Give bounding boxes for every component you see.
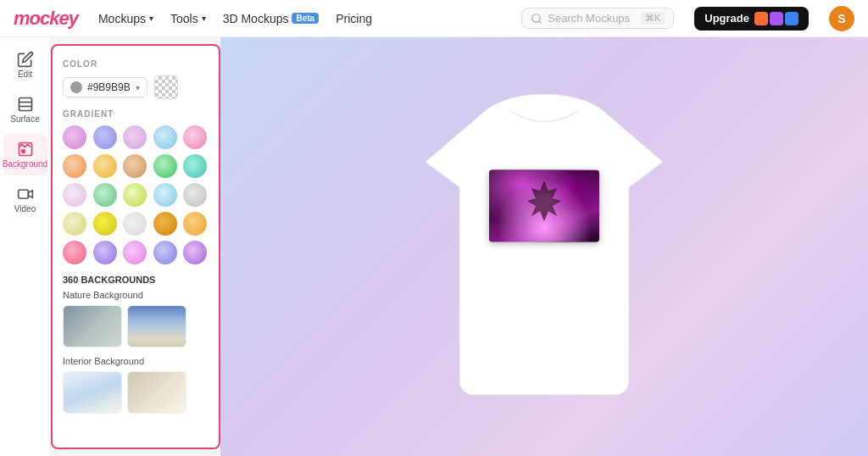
search-icon bbox=[531, 13, 542, 25]
gradient-section-label: GRADIENT bbox=[63, 109, 209, 119]
tshirt-container bbox=[400, 77, 688, 416]
gradient-circle-13[interactable] bbox=[123, 183, 147, 207]
background-icon bbox=[17, 141, 34, 158]
beta-badge: Beta bbox=[292, 13, 319, 24]
nav-mockups[interactable]: Mockups ▾ bbox=[98, 12, 153, 25]
color-swatch-button[interactable]: #9B9B9B ▾ bbox=[63, 77, 147, 97]
search-shortcut: ⌘K bbox=[641, 12, 665, 25]
icon-bar: Edit Surface Background Video bbox=[0, 37, 51, 456]
gradient-circle-15[interactable] bbox=[183, 183, 207, 207]
gradient-circle-3[interactable] bbox=[123, 125, 147, 149]
gradient-circle-1[interactable] bbox=[63, 125, 86, 149]
svg-rect-5 bbox=[21, 150, 24, 153]
nav-3d-mockups[interactable]: 3D Mockups Beta bbox=[223, 12, 320, 25]
gradient-circle-4[interactable] bbox=[153, 125, 177, 149]
sidebar-item-surface[interactable]: Surface bbox=[3, 89, 47, 131]
gradient-circle-10[interactable] bbox=[183, 154, 207, 178]
svg-rect-6 bbox=[18, 190, 28, 198]
gradient-circle-14[interactable] bbox=[153, 183, 177, 207]
interior-thumbs bbox=[63, 371, 209, 414]
gradient-circle-6[interactable] bbox=[63, 154, 86, 178]
gradient-circle-11[interactable] bbox=[63, 183, 86, 207]
search-bar[interactable]: Search Mockups ⌘K bbox=[521, 8, 674, 29]
gradient-circle-2[interactable] bbox=[93, 125, 117, 149]
gradient-circle-17[interactable] bbox=[93, 212, 117, 236]
gradient-circle-25[interactable] bbox=[183, 241, 207, 264]
gradient-circle-19[interactable] bbox=[153, 212, 177, 236]
nature-thumb-1[interactable] bbox=[63, 305, 122, 348]
color-dot bbox=[70, 81, 82, 93]
sidebar-item-edit[interactable]: Edit bbox=[3, 44, 47, 86]
gradient-grid bbox=[63, 125, 209, 264]
surface-label: Surface bbox=[10, 114, 39, 124]
transparent-swatch[interactable] bbox=[154, 75, 178, 99]
upgrade-button[interactable]: Upgrade bbox=[694, 7, 809, 31]
gradient-circle-23[interactable] bbox=[123, 241, 147, 264]
logo[interactable]: mockey bbox=[14, 8, 78, 30]
interior-thumb-1[interactable] bbox=[63, 371, 122, 414]
gradient-circle-22[interactable] bbox=[93, 241, 117, 264]
gradient-circle-18[interactable] bbox=[123, 212, 147, 236]
backgrounds-section-title: 360 BACKGROUNDS bbox=[63, 275, 209, 285]
edit-label: Edit bbox=[18, 70, 32, 79]
nav-pricing[interactable]: Pricing bbox=[336, 12, 372, 25]
surface-icon bbox=[17, 96, 34, 113]
nav-items: Mockups ▾ Tools ▾ 3D Mockups Beta Pricin… bbox=[98, 12, 372, 25]
background-label: Background bbox=[3, 159, 47, 169]
navbar: mockey Mockups ▾ Tools ▾ 3D Mockups Beta… bbox=[0, 0, 868, 37]
gradient-circle-8[interactable] bbox=[123, 154, 147, 178]
nav-tools[interactable]: Tools ▾ bbox=[170, 12, 206, 25]
preview-area bbox=[220, 37, 868, 456]
dragon-shape bbox=[523, 181, 565, 231]
gradient-circle-20[interactable] bbox=[183, 212, 207, 236]
gradient-circle-12[interactable] bbox=[93, 183, 117, 207]
nature-thumbs bbox=[63, 305, 209, 348]
svg-rect-1 bbox=[19, 98, 31, 111]
sidebar-item-video[interactable]: Video bbox=[3, 179, 47, 220]
sidebar-item-background[interactable]: Background bbox=[3, 134, 47, 175]
svg-point-0 bbox=[532, 14, 540, 21]
gradient-circle-7[interactable] bbox=[93, 154, 117, 178]
color-row: #9B9B9B ▾ bbox=[63, 75, 209, 99]
nature-category-title: Nature Background bbox=[63, 290, 209, 300]
nature-thumb-2[interactable] bbox=[127, 305, 186, 348]
color-section-label: COLOR bbox=[63, 59, 209, 69]
gradient-circle-24[interactable] bbox=[153, 241, 177, 264]
gradient-circle-5[interactable] bbox=[183, 125, 207, 149]
gradient-circle-16[interactable] bbox=[63, 212, 86, 236]
gradient-circle-21[interactable] bbox=[63, 241, 86, 264]
main-area: Edit Surface Background Video COLOR #9B9… bbox=[0, 37, 868, 456]
interior-thumb-2[interactable] bbox=[127, 371, 186, 414]
video-label: Video bbox=[14, 204, 36, 214]
video-icon bbox=[17, 186, 34, 203]
tshirt-svg bbox=[400, 77, 688, 416]
edit-icon bbox=[17, 51, 34, 68]
upgrade-icons bbox=[754, 12, 798, 25]
background-panel: COLOR #9B9B9B ▾ GRADIENT 360 BACKGROUNDS… bbox=[51, 44, 220, 449]
interior-category-title: Interior Background bbox=[63, 356, 209, 366]
avatar[interactable]: S bbox=[829, 6, 854, 31]
gradient-circle-9[interactable] bbox=[153, 154, 177, 178]
tshirt-design bbox=[489, 170, 599, 242]
